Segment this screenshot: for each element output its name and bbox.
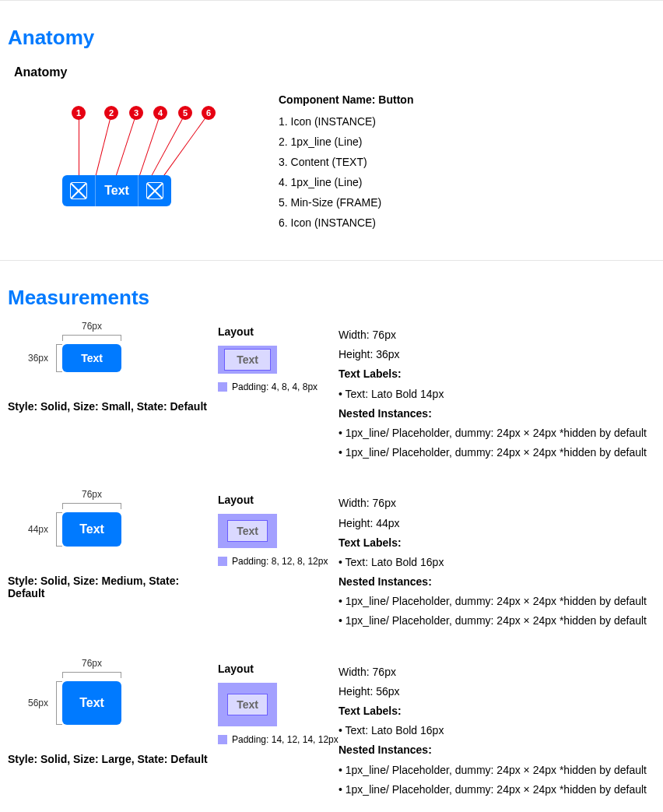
anatomy-button-text: Text [96,175,138,206]
height-label: 44px [28,524,48,535]
anatomy-icon-left [62,175,95,206]
example-button: Text [62,681,121,725]
detail-line: Text Labels: [339,701,655,721]
placeholder-icon [70,182,87,199]
detail-line: • 1px_line/ Placeholder, dummy: 24px × 2… [339,611,655,631]
anatomy-part-item: 6. Icon (INSTANCE) [279,216,413,229]
section-heading-measurements: Measurements [8,286,655,310]
padding-box: Text [218,514,277,548]
anatomy-part-item: 2. 1px_line (Line) [279,135,413,148]
detail-line: Height: 36px [339,345,655,364]
detail-line: • 1px_line/ Placeholder, dummy: 24px × 2… [339,780,655,800]
anatomy-subheading: Anatomy [14,65,655,79]
width-label: 76px [82,321,102,332]
anatomy-part-item: 1. Icon (INSTANCE) [279,115,413,128]
measurement-row: 76pxText56pxStyle: Solid, Size: Large, S… [8,663,655,800]
anatomy-diagram: Text 123456 [14,93,232,234]
legend-text: Padding: 14, 12, 14, 12px [232,734,339,745]
measurements-section: Measurements 76pxText36pxStyle: Solid, S… [0,261,663,812]
width-label: 76px [82,658,102,669]
anatomy-icon-right [139,175,171,206]
detail-line: Width: 76px [339,663,655,682]
bracket-icon [56,344,62,372]
anatomy-lead-line [115,113,137,178]
padding-legend: Padding: 4, 8, 4, 8px [218,381,339,392]
bracket-icon [62,672,121,678]
legend-swatch [218,735,227,744]
legend-text: Padding: 8, 12, 8, 12px [232,556,328,567]
detail-line: • 1px_line/ Placeholder, dummy: 24px × 2… [339,761,655,780]
bracket-icon [62,503,121,509]
layout-heading: Layout [218,494,339,506]
detail-line: Width: 76px [339,325,655,345]
height-label: 36px [28,353,48,364]
detail-line: • 1px_line/ Placeholder, dummy: 24px × 2… [339,592,655,611]
width-label: 76px [82,489,102,500]
detail-line: • Text: Lato Bold 14px [339,385,655,404]
measurement-row: 76pxText44pxStyle: Solid, Size: Medium, … [8,494,655,631]
legend-swatch [218,557,227,566]
detail-line: Nested Instances: [339,740,655,760]
padding-inner: Text [224,349,271,371]
anatomy-lead-line [139,113,161,178]
anatomy-section: Anatomy Anatomy Text 123456 Component Na… [0,1,663,260]
anatomy-part-item: 5. Min-Size (FRAME) [279,196,413,209]
bracket-icon [62,335,121,341]
example-button: Text [62,512,121,547]
layout-heading: Layout [218,663,339,675]
detail-line: Text Labels: [339,364,655,384]
style-caption: Style: Solid, Size: Small, State: Defaul… [8,400,218,413]
anatomy-marker: 2 [104,106,118,120]
measurement-visual: 76pxText44pxStyle: Solid, Size: Medium, … [8,494,218,599]
detail-line: • 1px_line/ Placeholder, dummy: 24px × 2… [339,443,655,462]
legend-swatch [218,382,227,392]
detail-line: • 1px_line/ Placeholder, dummy: 24px × 2… [339,424,655,443]
measurement-details: Width: 76pxHeight: 36pxText Labels:• Tex… [339,325,655,462]
height-label: 56px [28,698,48,708]
example-button: Text [62,344,121,372]
layout-visual: LayoutTextPadding: 8, 12, 8, 12px [218,494,339,567]
component-name: Component Name: Button [279,93,413,106]
anatomy-marker: 3 [129,106,143,120]
padding-legend: Padding: 8, 12, 8, 12px [218,556,339,567]
bracket-icon [56,512,62,547]
anatomy-marker: 5 [178,106,192,120]
detail-line: Text Labels: [339,533,655,553]
style-caption: Style: Solid, Size: Medium, State: Defau… [8,575,218,599]
measurement-visual: 76pxText36pxStyle: Solid, Size: Small, S… [8,325,218,413]
layout-heading: Layout [218,325,339,338]
padding-box: Text [218,346,277,374]
detail-line: Nested Instances: [339,572,655,592]
padding-inner: Text [227,520,268,542]
anatomy-list: Component Name: Button 1. Icon (INSTANCE… [279,93,413,237]
padding-box: Text [218,683,277,726]
detail-line: • Text: Lato Bold 16px [339,553,655,572]
padding-inner: Text [227,694,268,715]
section-heading-anatomy: Anatomy [8,26,655,50]
legend-text: Padding: 4, 8, 4, 8px [232,381,317,392]
layout-visual: LayoutTextPadding: 14, 12, 14, 12px [218,663,339,745]
anatomy-lead-line [95,113,112,178]
style-caption: Style: Solid, Size: Large, State: Defaul… [8,753,218,765]
measurement-visual: 76pxText56pxStyle: Solid, Size: Large, S… [8,663,218,765]
anatomy-marker: 1 [72,106,86,120]
measurement-details: Width: 76pxHeight: 56pxText Labels:• Tex… [339,663,655,800]
detail-line: • Text: Lato Bold 16px [339,721,655,740]
detail-line: Height: 56px [339,682,655,701]
detail-line: Nested Instances: [339,404,655,424]
measurement-row: 76pxText36pxStyle: Solid, Size: Small, S… [8,325,655,462]
bracket-icon [56,681,62,725]
anatomy-button-example: Text [62,175,171,206]
padding-legend: Padding: 14, 12, 14, 12px [218,734,339,745]
layout-visual: LayoutTextPadding: 4, 8, 4, 8px [218,325,339,392]
placeholder-icon [146,182,163,199]
measurement-details: Width: 76pxHeight: 44pxText Labels:• Tex… [339,494,655,631]
anatomy-marker: 6 [202,106,216,120]
anatomy-part-item: 4. 1px_line (Line) [279,176,413,188]
anatomy-part-item: 3. Content (TEXT) [279,156,413,168]
detail-line: Width: 76px [339,494,655,513]
anatomy-marker: 4 [153,106,167,120]
detail-line: Height: 44px [339,514,655,533]
